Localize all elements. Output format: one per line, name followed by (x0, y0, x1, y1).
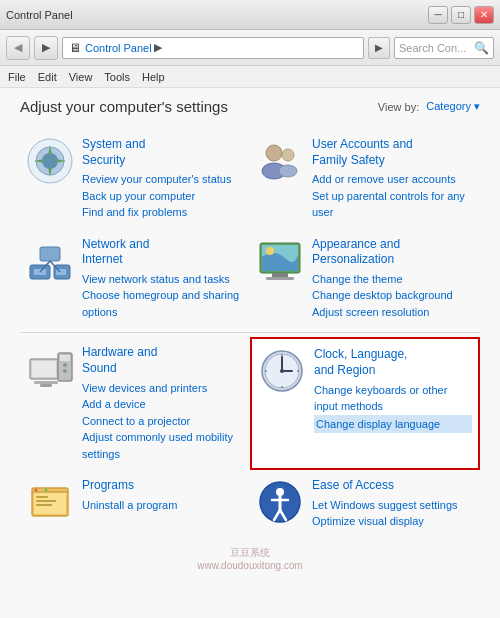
breadcrumb-arrow: ▶ (154, 41, 162, 54)
breadcrumb: Control Panel ▶ (85, 41, 162, 54)
hardware-link-2[interactable]: Add a device (82, 396, 244, 413)
system-text: System andSecurity Review your computer'… (82, 137, 244, 221)
watermark-line1: 豆豆系统 (20, 546, 480, 560)
search-input[interactable]: Search Con... (399, 42, 472, 54)
clock-text: Clock, Language,and Region Change keyboa… (314, 347, 472, 433)
menu-edit[interactable]: Edit (38, 71, 57, 83)
hardware-link-1[interactable]: View devices and printers (82, 380, 244, 397)
divider (20, 332, 480, 333)
search-icon: 🔍 (474, 41, 489, 55)
system-link-2[interactable]: Back up your computer (82, 188, 244, 205)
svg-rect-11 (40, 247, 60, 261)
system-link-3[interactable]: Find and fix problems (82, 204, 244, 221)
svg-rect-18 (266, 277, 294, 280)
clock-icon (258, 347, 306, 395)
window-title: Control Panel (6, 9, 73, 21)
user-link-1[interactable]: Add or remove user accounts (312, 171, 474, 188)
address-bar[interactable]: 🖥 Control Panel ▶ (62, 37, 364, 59)
svg-rect-44 (36, 504, 52, 506)
appearance-link-3[interactable]: Adjust screen resolution (312, 304, 474, 321)
network-link-2[interactable]: Choose homegroup and sharing options (82, 287, 244, 320)
programs-name[interactable]: Programs (82, 478, 244, 494)
hardware-link-3[interactable]: Connect to a projector (82, 413, 244, 430)
network-icon (26, 237, 74, 285)
clock-link-2[interactable]: Change display language (314, 415, 472, 434)
appearance-link-2[interactable]: Change desktop background (312, 287, 474, 304)
appearance-text: Appearance andPersonalization Change the… (312, 237, 474, 321)
minimize-button[interactable]: ─ (428, 6, 448, 24)
hardware-name[interactable]: Hardware andSound (82, 345, 244, 376)
svg-rect-37 (34, 492, 66, 514)
go-button[interactable]: ▶ (368, 37, 390, 59)
viewby-label: View by: (378, 101, 419, 113)
user-accounts-text: User Accounts andFamily Safety Add or re… (312, 137, 474, 221)
clock-link-1[interactable]: Change keyboards or other input methods (314, 382, 472, 415)
system-link-1[interactable]: Review your computer's status (82, 171, 244, 188)
appearance-icon (256, 237, 304, 285)
svg-point-39 (35, 489, 38, 492)
svg-rect-17 (272, 273, 288, 277)
programs-link-1[interactable]: Uninstall a program (82, 497, 244, 514)
svg-rect-25 (34, 381, 58, 384)
categories-grid: System andSecurity Review your computer'… (20, 129, 480, 538)
appearance-name[interactable]: Appearance andPersonalization (312, 237, 474, 268)
view-by: View by: Category ▾ (378, 100, 480, 113)
svg-point-40 (40, 489, 43, 492)
restore-button[interactable]: □ (451, 6, 471, 24)
svg-point-31 (280, 369, 284, 373)
category-appearance: Appearance andPersonalization Change the… (250, 229, 480, 329)
page-title: Adjust your computer's settings (20, 98, 228, 115)
category-user-accounts: User Accounts andFamily Safety Add or re… (250, 129, 480, 229)
system-name[interactable]: System andSecurity (82, 137, 244, 168)
forward-button[interactable]: ▶ (34, 36, 58, 60)
ease-link-1[interactable]: Let Windows suggest settings (312, 497, 474, 514)
hardware-icon (26, 345, 74, 393)
back-button[interactable]: ◀ (6, 36, 30, 60)
hardware-link-4[interactable]: Adjust commonly used mobility settings (82, 429, 244, 462)
appearance-link-1[interactable]: Change the theme (312, 271, 474, 288)
user-accounts-name[interactable]: User Accounts andFamily Safety (312, 137, 474, 168)
svg-point-23 (63, 363, 67, 367)
network-link-1[interactable]: View network status and tasks (82, 271, 244, 288)
svg-point-5 (282, 149, 294, 161)
svg-rect-43 (36, 500, 56, 502)
network-text: Network andInternet View network status … (82, 237, 244, 321)
svg-point-41 (45, 489, 48, 492)
ease-name[interactable]: Ease of Access (312, 478, 474, 494)
watermark-line2: www.doudouxitong.com (20, 560, 480, 571)
content-area: Adjust your computer's settings View by:… (0, 88, 500, 618)
svg-point-2 (42, 153, 58, 169)
address-icon: 🖥 (69, 41, 81, 55)
menu-view[interactable]: View (69, 71, 93, 83)
watermark: 豆豆系统 www.doudouxitong.com (20, 546, 480, 571)
svg-rect-26 (40, 384, 52, 387)
ease-link-2[interactable]: Optimize visual display (312, 513, 474, 530)
system-icon (26, 137, 74, 185)
category-programs: Programs Uninstall a program (20, 470, 250, 538)
breadcrumb-label: Control Panel (85, 42, 152, 54)
menu-file[interactable]: File (8, 71, 26, 83)
programs-text: Programs Uninstall a program (82, 478, 244, 513)
hardware-text: Hardware andSound View devices and print… (82, 345, 244, 462)
menubar: File Edit View Tools Help (0, 66, 500, 88)
category-clock: Clock, Language,and Region Change keyboa… (250, 337, 480, 470)
programs-icon (26, 478, 74, 526)
viewby-value[interactable]: Category ▾ (426, 100, 480, 113)
svg-rect-20 (32, 361, 56, 377)
navigation-bar: ◀ ▶ 🖥 Control Panel ▶ ▶ Search Con... 🔍 (0, 30, 500, 66)
ease-icon (256, 478, 304, 526)
user-link-2[interactable]: Set up parental controls for any user (312, 188, 474, 221)
clock-name[interactable]: Clock, Language,and Region (314, 347, 472, 378)
category-system: System andSecurity Review your computer'… (20, 129, 250, 229)
svg-rect-42 (36, 496, 48, 498)
svg-point-24 (63, 369, 67, 373)
menu-tools[interactable]: Tools (104, 71, 130, 83)
content-header: Adjust your computer's settings View by:… (20, 98, 480, 115)
close-button[interactable]: ✕ (474, 6, 494, 24)
window-controls: ─ □ ✕ (428, 6, 494, 24)
menu-help[interactable]: Help (142, 71, 165, 83)
ease-text: Ease of Access Let Windows suggest setti… (312, 478, 474, 530)
search-bar[interactable]: Search Con... 🔍 (394, 37, 494, 59)
svg-rect-22 (60, 355, 70, 361)
network-name[interactable]: Network andInternet (82, 237, 244, 268)
